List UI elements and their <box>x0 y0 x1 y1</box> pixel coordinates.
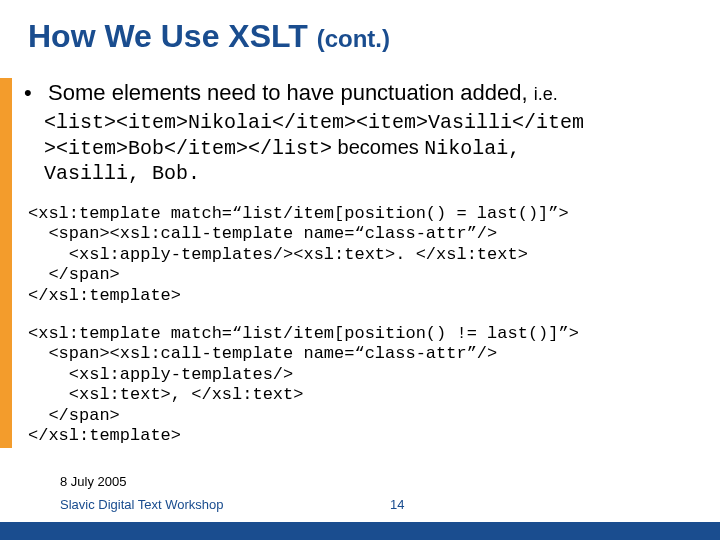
example-line3: Vasilli, Bob. <box>44 161 704 186</box>
example-line2-becomes: becomes <box>332 136 424 158</box>
footer-workshop: Slavic Digital Text Workshop <box>60 497 224 512</box>
example-line2: ><item>Bob</item></list> becomes Nikolai… <box>44 135 704 161</box>
bullet-item: • Some elements need to have punctuation… <box>24 80 704 106</box>
bullet-ie: i.e. <box>534 84 558 104</box>
bullet-text: Some elements need to have punctuation a… <box>42 80 534 105</box>
page-number: 14 <box>390 497 404 512</box>
example-line2c: Nikolai, <box>424 137 520 160</box>
code-block-2: <xsl:template match=“list/item[position(… <box>28 324 704 446</box>
code-block-1: <xsl:template match=“list/item[position(… <box>28 204 704 306</box>
footer-date: 8 July 2005 <box>60 474 224 489</box>
example-block: <list><item>Nikolai</item><item>Vasilli<… <box>44 110 704 186</box>
left-accent-bar <box>0 78 12 448</box>
title-main: How We Use XSLT <box>28 18 317 54</box>
slide-title: How We Use XSLT (cont.) <box>28 18 390 55</box>
slide-content: • Some elements need to have punctuation… <box>24 80 704 446</box>
bottom-accent-bar <box>0 522 720 540</box>
example-line1: <list><item>Nikolai</item><item>Vasilli<… <box>44 110 704 135</box>
example-line2a: ><item>Bob</item></list> <box>44 137 332 160</box>
title-cont: (cont.) <box>317 25 390 52</box>
footer: 8 July 2005 Slavic Digital Text Workshop <box>60 474 224 512</box>
bullet-dot: • <box>24 80 42 106</box>
